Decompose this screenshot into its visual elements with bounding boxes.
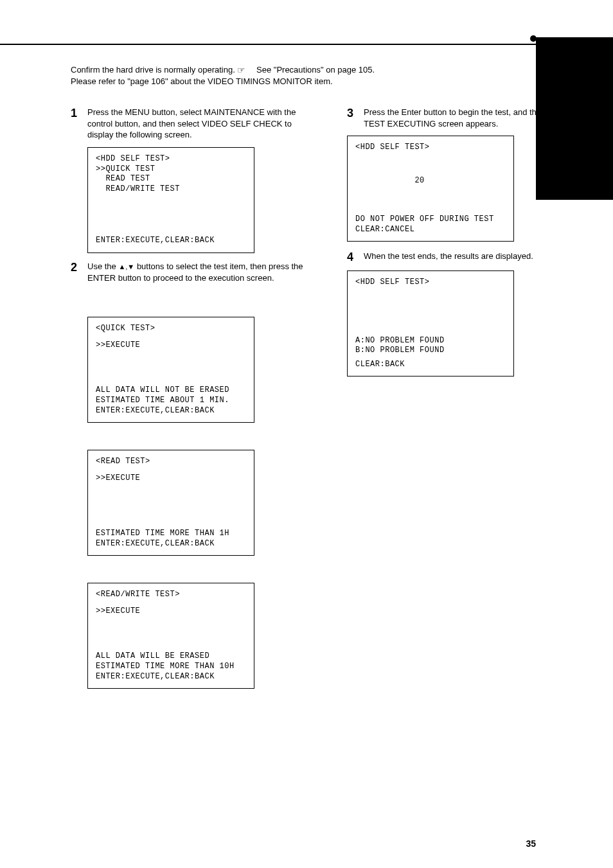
screen-line: ALL DATA WILL BE ERASED [96,651,246,662]
screen-test-progress: <HDD SELF TEST> 20 DO NOT POWER OFF DURI… [347,136,514,242]
step-1-text: Press the MENU button, select MAINTENANC… [87,107,315,141]
screen-line: ENTER:EXECUTE,CLEAR:BACK [96,539,246,549]
screen-line: <HDD SELF TEST> [355,143,506,153]
step-1: 1 Press the MENU button, select MAINTENA… [71,107,315,141]
screen-line: ESTIMATED TIME MORE THAN 1H [96,529,246,539]
intro-line2: Please refer to "page 106" about the VID… [71,76,333,86]
screen-line: >>EXECUTE [96,474,246,484]
screen-line: 20 [355,176,506,186]
pointing-hand-icon [237,67,251,75]
screen-line: CLEAR:BACK [355,360,506,370]
screen-line: ESTIMATED TIME MORE THAN 10H [96,662,246,672]
screen-line: DO NOT POWER OFF DURING TEST [355,215,506,225]
intro-line1a: Confirm the hard drive is normally opera… [71,65,235,75]
step-num-3: 3 [347,107,360,120]
step-2-text: Use the ▲,▼ buttons to select the test i… [87,261,315,283]
step-num-2: 2 [71,261,84,274]
step-num-4: 4 [347,251,360,264]
screen-readwrite-test: <READ/WRITE TEST> >>EXECUTE ALL DATA WIL… [87,583,254,689]
screen-quick-test: <QUICK TEST> >>EXECUTE ALL DATA WILL NOT… [87,317,254,423]
screen-line: >>EXECUTE [96,607,246,617]
screen-line: ALL DATA WILL NOT BE ERASED [96,385,246,396]
screen-line: ENTER:EXECUTE,CLEAR:BACK [96,236,246,246]
step2-a: Use the [87,261,118,271]
step-num-1: 1 [71,107,84,120]
screen-line: <HDD SELF TEST> [96,154,246,164]
screen-line: ESTIMATED TIME ABOUT 1 MIN. [96,396,246,406]
page-number: 35 [526,838,536,849]
step-4: 4 When the test ends, the results are di… [347,251,553,264]
screen-line: <QUICK TEST> [96,324,246,334]
screen-line: <READ TEST> [96,457,246,467]
step-3-text: Press the Enter button to begin the test… [364,107,553,129]
screen-line: CLEAR:CANCEL [355,225,506,235]
screen-read-test: <READ TEST> >>EXECUTE ESTIMATED TIME MOR… [87,450,254,556]
screen-line: ENTER:EXECUTE,CLEAR:BACK [96,672,246,682]
screen-line: A:NO PROBLEM FOUND [355,336,506,346]
screen-line: READ TEST [96,174,246,184]
screen-line: >>QUICK TEST [96,164,246,175]
screen-line: >>EXECUTE [96,341,246,351]
arrow-up-down-icon: ▲,▼ [118,263,134,270]
screen-hdd-menu: <HDD SELF TEST> >>QUICK TEST READ TEST R… [87,147,254,253]
step-2: 2 Use the ▲,▼ buttons to select the test… [71,261,315,283]
step-4-text: When the test ends, the results are disp… [364,251,533,262]
screen-line: ENTER:EXECUTE,CLEAR:BACK [96,406,246,416]
screen-line: <READ/WRITE TEST> [96,590,246,600]
screen-line: <HDD SELF TEST> [355,278,506,288]
screen-test-result: <HDD SELF TEST> A:NO PROBLEM FOUND B:NO … [347,270,514,376]
intro-line1b: See "Precautions" on page 105. [256,65,375,75]
screen-line: READ/WRITE TEST [96,184,246,195]
step-3: 3 Press the Enter button to begin the te… [347,107,553,129]
screen-line: B:NO PROBLEM FOUND [355,346,506,356]
